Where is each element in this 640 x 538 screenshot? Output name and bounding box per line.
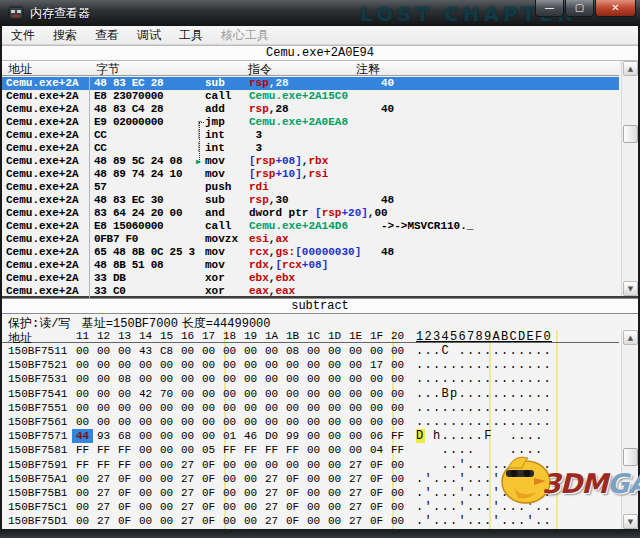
hex-byte[interactable]: 00 (219, 486, 240, 500)
hex-byte[interactable]: 0F (366, 486, 387, 500)
hex-byte[interactable]: 00 (345, 443, 366, 457)
hex-row[interactable]: 150BF7591FFFFFF0000270F000000000000270F0… (2, 458, 619, 472)
hex-byte[interactable]: 00 (366, 387, 387, 401)
hex-row[interactable]: 150BF7571449368000000000146D09900000006F… (2, 429, 619, 443)
hex-byte[interactable]: FF (282, 443, 303, 457)
hex-byte[interactable]: 00 (240, 372, 261, 386)
hex-byte[interactable]: 00 (366, 401, 387, 415)
hex-byte[interactable]: 00 (240, 472, 261, 486)
menu-item-文件[interactable]: 文件 (2, 26, 44, 45)
hex-byte[interactable]: 06 (366, 429, 387, 443)
hex-byte[interactable]: 00 (93, 344, 114, 358)
hex-row[interactable]: 150BF75B100270F0000270F0000270F0000270F0… (2, 486, 619, 500)
hex-byte[interactable]: 0F (282, 500, 303, 514)
hex-byte[interactable]: 43 (135, 344, 156, 358)
hex-byte[interactable]: 00 (219, 458, 240, 472)
hex-byte[interactable]: 00 (345, 344, 366, 358)
hex-byte[interactable]: 00 (219, 415, 240, 429)
hex-byte[interactable]: 00 (135, 458, 156, 472)
hex-byte[interactable]: 00 (198, 387, 219, 401)
hex-byte[interactable]: 00 (303, 458, 324, 472)
hex-byte[interactable]: 99 (282, 429, 303, 443)
hex-byte[interactable]: 00 (387, 401, 408, 415)
selected-byte[interactable]: 44 (72, 429, 93, 443)
hex-byte[interactable]: 00 (282, 358, 303, 372)
hex-byte[interactable]: 00 (156, 500, 177, 514)
hex-byte[interactable]: 0F (282, 486, 303, 500)
hex-byte[interactable]: 00 (387, 387, 408, 401)
hex-byte[interactable]: 00 (135, 358, 156, 372)
hex-byte[interactable]: 0F (198, 458, 219, 472)
hex-byte[interactable]: 00 (93, 358, 114, 372)
hex-byte[interactable]: 00 (135, 486, 156, 500)
hex-byte[interactable]: 27 (261, 472, 282, 486)
hex-byte[interactable]: 00 (219, 514, 240, 528)
hex-byte[interactable]: 27 (93, 472, 114, 486)
hex-byte[interactable]: 0F (198, 514, 219, 528)
hex-byte[interactable]: 00 (156, 472, 177, 486)
hex-byte[interactable]: 00 (72, 387, 93, 401)
hex-byte[interactable]: 27 (177, 500, 198, 514)
hex-byte[interactable]: 27 (261, 500, 282, 514)
hex-row[interactable]: 150BF75310000080000000000000000000000000… (2, 372, 619, 386)
menu-item-工具[interactable]: 工具 (170, 26, 212, 45)
hex-byte[interactable]: 00 (303, 372, 324, 386)
hex-byte[interactable]: C8 (156, 344, 177, 358)
hex-byte[interactable]: 00 (324, 514, 345, 528)
hex-byte[interactable]: 00 (198, 372, 219, 386)
disasm-row[interactable]: Cemu.exe+2A0FB7 F0movzxesi,ax (2, 233, 619, 246)
hex-byte[interactable]: 05 (198, 443, 219, 457)
hex-byte[interactable]: 00 (303, 486, 324, 500)
hex-byte[interactable]: 27 (345, 472, 366, 486)
hex-byte[interactable]: 00 (72, 514, 93, 528)
hex-byte[interactable]: 00 (240, 514, 261, 528)
hex-byte[interactable]: 00 (156, 514, 177, 528)
hex-byte[interactable]: 00 (303, 358, 324, 372)
hex-byte[interactable]: 00 (387, 344, 408, 358)
hex-byte[interactable]: 00 (324, 387, 345, 401)
hex-byte[interactable]: 00 (219, 358, 240, 372)
hex-byte[interactable]: 27 (177, 486, 198, 500)
hex-byte[interactable]: 27 (93, 500, 114, 514)
hex-byte[interactable]: 00 (324, 486, 345, 500)
hex-byte[interactable]: 70 (156, 387, 177, 401)
hex-byte[interactable]: 00 (93, 372, 114, 386)
hex-byte[interactable]: FF (93, 458, 114, 472)
hex-byte[interactable]: 00 (156, 358, 177, 372)
hex-byte[interactable]: 00 (72, 372, 93, 386)
menu-item-查看[interactable]: 查看 (86, 26, 128, 45)
hex-byte[interactable]: 0F (366, 472, 387, 486)
hex-byte[interactable]: 00 (324, 415, 345, 429)
scroll-up-arrow[interactable]: ▲ (623, 61, 638, 76)
hex-byte[interactable]: FF (114, 458, 135, 472)
hex-row[interactable]: 150BF75C100270F0000270F0000270F0000270F0… (2, 500, 619, 514)
menu-item-核心工具[interactable]: 核心工具 (212, 26, 278, 45)
hex-byte[interactable]: 0F (366, 458, 387, 472)
hex-byte[interactable]: 0F (114, 514, 135, 528)
hex-byte[interactable]: 00 (198, 401, 219, 415)
hex-byte[interactable]: 00 (156, 415, 177, 429)
hex-byte[interactable]: 00 (324, 472, 345, 486)
hex-byte[interactable]: 00 (135, 500, 156, 514)
hex-row[interactable]: 150BF75D100270F0000270F0000270F0000270F0… (2, 514, 619, 528)
hex-byte[interactable]: FF (93, 443, 114, 457)
hex-byte[interactable]: 00 (72, 486, 93, 500)
hex-byte[interactable]: 00 (303, 500, 324, 514)
hex-byte[interactable]: 00 (324, 458, 345, 472)
hex-byte[interactable]: 00 (198, 358, 219, 372)
hex-byte[interactable]: 00 (135, 401, 156, 415)
hex-byte[interactable]: 00 (72, 344, 93, 358)
hex-byte[interactable]: 00 (303, 344, 324, 358)
hex-byte[interactable]: 00 (261, 401, 282, 415)
hex-byte[interactable]: FF (114, 443, 135, 457)
hex-byte[interactable]: 00 (156, 429, 177, 443)
hex-byte[interactable]: 00 (324, 500, 345, 514)
hex-byte[interactable]: 00 (240, 401, 261, 415)
hex-byte[interactable]: 93 (93, 429, 114, 443)
hex-byte[interactable]: 00 (240, 387, 261, 401)
hex-row[interactable]: 150BF7581FFFFFF00000005FFFFFFFF00000004F… (2, 443, 619, 457)
hex-byte[interactable]: 00 (72, 401, 93, 415)
hex-byte[interactable]: 00 (177, 358, 198, 372)
hex-byte[interactable]: 00 (114, 344, 135, 358)
close-button[interactable]: ✕ (595, 0, 636, 17)
